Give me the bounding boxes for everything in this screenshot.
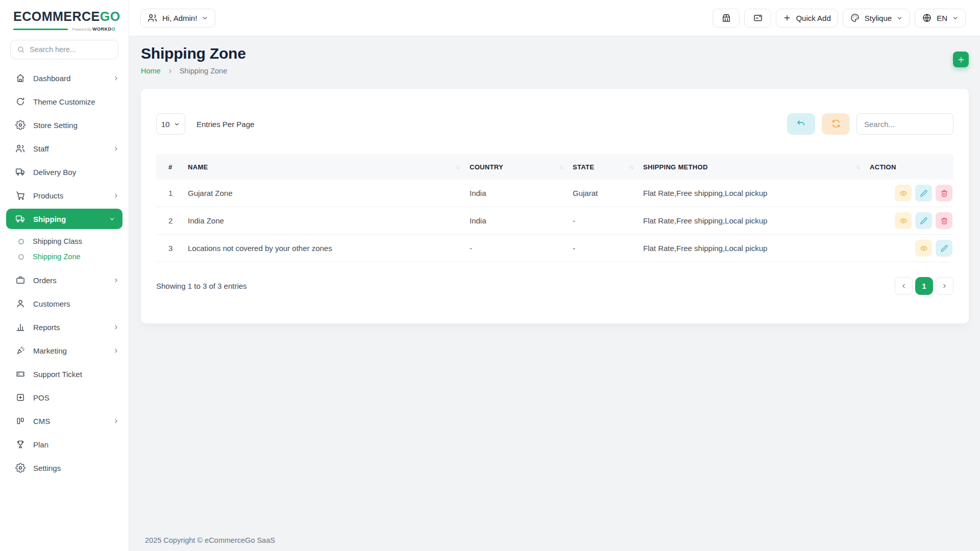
eye-icon [899, 189, 908, 197]
sidebar-item-customers[interactable]: Customers [0, 292, 129, 315]
copyright-text: 2025 Copyright © eCommerceGo SaaS [141, 536, 969, 551]
trash-icon [940, 189, 948, 197]
sidebar-subitem-shipping-zone[interactable]: Shipping Zone [0, 249, 129, 264]
refresh-button[interactable] [822, 113, 850, 135]
table-search[interactable] [856, 113, 953, 135]
admin-menu-button[interactable]: Hi, Admin! [140, 9, 215, 28]
chevron-right-icon [113, 347, 119, 354]
eye-icon [920, 244, 928, 253]
sidebar-search[interactable] [10, 40, 118, 59]
view-button[interactable] [895, 212, 912, 229]
language-select-button[interactable]: EN [915, 9, 966, 28]
zone-country: India [470, 216, 573, 225]
view-button[interactable] [895, 185, 912, 202]
pagination-next-button[interactable] [936, 277, 953, 295]
zone-method: Flat Rate,Free shipping,Local pickup [643, 244, 870, 253]
chevron-down-icon [896, 15, 903, 21]
pencil-icon [940, 244, 948, 253]
mail-icon [753, 13, 763, 23]
sidebar: ECOMMERCEGO Powered By WORKDO Dashboard … [0, 0, 129, 551]
bullet-ring-icon [18, 239, 24, 244]
sidebar-item-cms[interactable]: CMS [0, 409, 129, 433]
column-header-index[interactable]: # [156, 163, 188, 171]
sort-icon[interactable]: ↑↓ [856, 164, 860, 170]
eye-icon [899, 217, 908, 225]
messages-button[interactable] [744, 9, 771, 28]
sort-icon[interactable]: ↑↓ [456, 164, 459, 170]
add-zone-button[interactable] [953, 52, 969, 67]
entries-per-page-select[interactable]: 10 [156, 113, 185, 135]
sidebar-search-input[interactable] [30, 45, 106, 54]
search-icon [17, 45, 25, 54]
pagination-prev-button[interactable] [895, 277, 913, 295]
sidebar-item-pos[interactable]: POS [0, 386, 129, 409]
sidebar-item-store-setting[interactable]: Store Setting [0, 113, 129, 137]
pos-icon [15, 392, 26, 403]
brand-name: ECOMMERCEGO [13, 9, 115, 24]
quick-add-button[interactable]: Quick Add [776, 9, 838, 28]
view-button[interactable] [915, 240, 932, 257]
sidebar-item-products[interactable]: Products [0, 184, 129, 207]
sort-icon[interactable]: ↑↓ [629, 164, 633, 170]
logo-underline [13, 29, 68, 30]
sidebar-item-theme-customize[interactable]: Theme Customize [0, 90, 129, 113]
pagination-page-1[interactable]: 1 [915, 277, 933, 295]
globe-icon [922, 13, 932, 23]
table-search-input[interactable] [864, 120, 946, 129]
sidebar-item-dashboard[interactable]: Dashboard [0, 66, 129, 90]
shipping-submenu: Shipping Class Shipping Zone [0, 231, 129, 268]
chevron-right-icon [167, 68, 174, 74]
edit-button[interactable] [936, 240, 952, 257]
sort-icon[interactable]: ↑↓ [559, 164, 562, 170]
zone-state: - [573, 244, 643, 253]
sidebar-item-orders[interactable]: Orders [0, 268, 129, 292]
user-icon [15, 298, 26, 309]
breadcrumb-home-link[interactable]: Home [141, 67, 161, 75]
users-icon [15, 143, 26, 154]
zone-method: Flat Rate,Free shipping,Local pickup [643, 189, 870, 197]
entries-per-page-label: Entries Per Page [197, 120, 254, 129]
language-label: EN [937, 14, 947, 22]
chevron-right-icon [113, 277, 119, 284]
pencil-icon [920, 217, 928, 225]
brand-logo[interactable]: ECOMMERCEGO Powered By WORKDO [0, 7, 129, 32]
edit-button[interactable] [915, 185, 932, 202]
delete-button[interactable] [936, 185, 952, 202]
column-header-name[interactable]: NAME↑↓ [188, 163, 470, 171]
chevron-right-icon [113, 145, 119, 152]
store-icon [721, 13, 731, 23]
sidebar-item-plan[interactable]: Plan [0, 433, 129, 456]
chevron-right-icon [113, 75, 119, 82]
column-header-shipping-method[interactable]: SHIPPING METHOD↑↓ [643, 163, 870, 171]
quick-add-label: Quick Add [796, 14, 830, 22]
sidebar-item-settings[interactable]: Settings [0, 456, 129, 480]
pencil-icon [920, 189, 928, 197]
pagination: 1 [895, 277, 953, 295]
column-header-state[interactable]: STATE↑↓ [573, 163, 643, 171]
sidebar-item-marketing[interactable]: Marketing [0, 339, 129, 362]
delete-button[interactable] [936, 212, 952, 229]
cms-icon [15, 416, 26, 426]
sidebar-item-support-ticket[interactable]: Support Ticket [0, 362, 129, 386]
table-row: 2 India Zone India - Flat Rate,Free ship… [156, 207, 953, 235]
storefront-button[interactable] [713, 9, 740, 28]
theme-select-button[interactable]: Stylique [843, 9, 910, 28]
page-title: Shipping Zone [141, 45, 246, 62]
greeting-label: Hi, Admin! [162, 14, 197, 22]
undo-button[interactable] [787, 113, 815, 135]
gear-icon [15, 120, 26, 130]
zone-state: Gujarat [573, 189, 643, 197]
sidebar-item-delivery-boy[interactable]: Delivery Boy [0, 160, 129, 184]
trash-icon [940, 217, 948, 225]
sidebar-subitem-shipping-class[interactable]: Shipping Class [0, 234, 129, 249]
table-header: # NAME↑↓ COUNTRY↑↓ STATE↑↓ SHIPPING METH… [156, 154, 953, 180]
sidebar-nav: Dashboard Theme Customize Store Setting … [0, 66, 129, 480]
edit-button[interactable] [915, 212, 932, 229]
column-header-country[interactable]: COUNTRY↑↓ [470, 163, 573, 171]
trophy-icon [15, 439, 26, 449]
sidebar-item-staff[interactable]: Staff [0, 137, 129, 160]
sidebar-item-shipping[interactable]: Shipping [6, 209, 122, 229]
sidebar-item-reports[interactable]: Reports [0, 315, 129, 339]
theme-name-label: Stylique [865, 14, 892, 22]
refresh-icon [831, 119, 841, 129]
